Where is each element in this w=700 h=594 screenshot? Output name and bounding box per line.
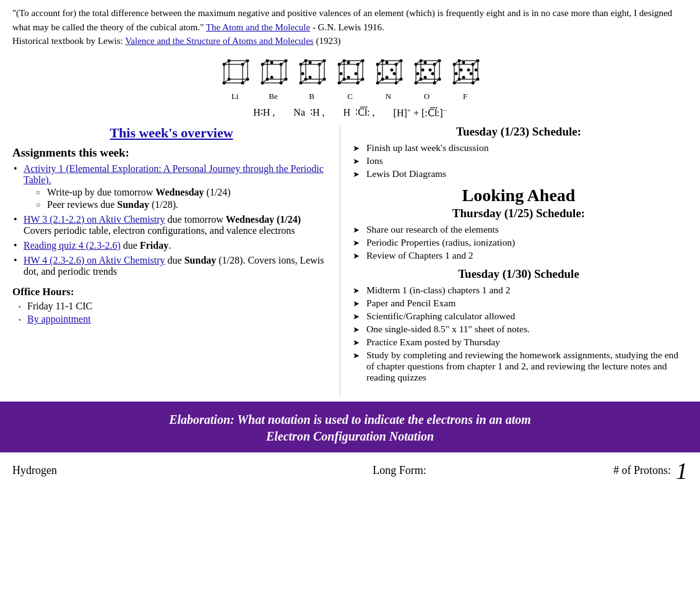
- left-column: This week's overview Assignments this we…: [6, 125, 340, 395]
- tuesday-item-1: Finish up last week's discussion: [353, 142, 685, 153]
- svg-point-9: [241, 81, 244, 84]
- svg-point-56: [356, 81, 359, 84]
- thursday-schedule-list: Share our research of the elements Perio…: [353, 224, 685, 261]
- hw4-link[interactable]: HW 4 (2.3-2.6) on Aktiv Chemistry: [24, 255, 165, 265]
- svg-point-22: [261, 81, 264, 84]
- cube-b: B: [296, 59, 328, 101]
- office-item-2: By appointment: [19, 314, 331, 325]
- overview-title[interactable]: This week's overview: [12, 125, 331, 141]
- office-hours-title: Office Hours:: [12, 286, 331, 298]
- cube-n: N: [373, 59, 405, 101]
- svg-point-91: [433, 62, 436, 66]
- svg-point-38: [299, 81, 302, 84]
- protons-value: 1: [676, 459, 688, 483]
- right-column: Tuesday (1/23) Schedule: Finish up last …: [340, 125, 694, 395]
- next-item-5: Practice Exam posted by Thursday: [353, 337, 685, 348]
- quote-section: "(To account for) the total difference b…: [0, 0, 700, 53]
- svg-point-6: [222, 62, 225, 66]
- svg-point-103: [421, 68, 424, 71]
- purple-banner: Elaboration: What notation is used to in…: [0, 402, 700, 452]
- svg-point-7: [241, 62, 244, 66]
- activity1-link[interactable]: Activity 1 (Elemental Exploration: A Per…: [24, 163, 324, 185]
- hydrogen-row: Hydrogen Long Form: # of Protons: 1: [0, 452, 700, 489]
- office-item-1: Friday 11-1 CIC: [19, 301, 331, 312]
- svg-point-100: [416, 72, 419, 75]
- svg-point-83: [390, 68, 393, 71]
- next-item-2: Paper and Pencil Exam: [353, 298, 685, 309]
- cube-n-label: N: [386, 92, 391, 101]
- thursday-schedule-title: Thursday (1/25) Schedule:: [353, 207, 685, 220]
- tuesday-next-schedule-title: Tuesday (1/30) Schedule: [353, 267, 685, 281]
- cube-images-row: Li Be: [0, 59, 700, 101]
- svg-point-60: [342, 77, 345, 80]
- banner-line1: Elaboration: What notation is used to in…: [12, 413, 688, 427]
- svg-point-97: [419, 77, 422, 80]
- svg-rect-31: [306, 61, 324, 79]
- assignment-item-2: HW 3 (2.1-2.2) on Aktiv Chemistry due to…: [12, 214, 331, 236]
- svg-point-63: [339, 72, 342, 75]
- next-item-6: Study by completing and reviewing the ho…: [353, 350, 685, 383]
- hw3-link[interactable]: HW 3 (2.1-2.2) on Aktiv Chemistry: [24, 214, 165, 225]
- two-col-section: This week's overview Assignments this we…: [0, 125, 700, 395]
- cube-li-label: Li: [231, 92, 239, 101]
- svg-point-64: [354, 72, 357, 75]
- svg-point-53: [337, 62, 340, 66]
- svg-point-73: [376, 81, 379, 84]
- svg-point-12: [246, 77, 249, 80]
- quote-suffix: - G.N. Lewis 1916.: [310, 22, 384, 32]
- assignment-item-1: Activity 1 (Elemental Exploration: A Per…: [12, 163, 331, 210]
- next-item-3: Scientific/Graphing calculator allowed: [353, 311, 685, 322]
- svg-point-111: [471, 62, 474, 66]
- by-appointment-link[interactable]: By appointment: [27, 314, 91, 324]
- tuesday-schedule-title: Tuesday (1/23) Schedule:: [353, 125, 685, 139]
- assignments-title: Assignments this week:: [12, 146, 331, 160]
- svg-point-46: [301, 72, 304, 75]
- cube-be-label: Be: [269, 92, 277, 101]
- tuesday-item-3: Lewis Dot Diagrams: [353, 168, 685, 179]
- svg-point-93: [433, 81, 436, 84]
- svg-point-79: [385, 61, 388, 64]
- svg-point-99: [423, 75, 426, 79]
- svg-point-39: [318, 81, 321, 84]
- cube-o: O: [411, 59, 443, 101]
- svg-rect-14: [262, 64, 281, 83]
- svg-point-116: [476, 77, 479, 80]
- thursday-item-2: Periodic Properties (radius, ionization): [353, 237, 685, 248]
- svg-point-37: [318, 62, 321, 66]
- svg-rect-1: [229, 61, 248, 79]
- svg-rect-48: [344, 61, 363, 79]
- quiz4-link[interactable]: Reading quiz 4 (2.3-2.6): [24, 240, 121, 251]
- svg-point-117: [457, 77, 460, 80]
- atom-molecule-link[interactable]: The Atom and the Molecule: [206, 22, 310, 32]
- cube-b-label: B: [309, 92, 314, 101]
- office-list: Friday 11-1 CIC By appointment: [12, 301, 331, 325]
- assignment-item-4: HW 4 (2.3-2.6) on Aktiv Chemistry due Su…: [12, 255, 331, 277]
- svg-point-96: [438, 77, 441, 80]
- svg-point-43: [304, 77, 307, 80]
- looking-ahead-title: Looking Ahead: [353, 186, 685, 205]
- valence-link[interactable]: Valence and the Structure of Atoms and M…: [125, 36, 314, 46]
- svg-point-26: [284, 77, 287, 80]
- assignment-item-3: Reading quiz 4 (2.3-2.6) due Friday.: [12, 240, 331, 251]
- svg-point-45: [308, 75, 311, 79]
- hydrogen-label: Hydrogen: [12, 464, 186, 477]
- svg-point-20: [261, 62, 264, 66]
- svg-point-118: [462, 61, 465, 64]
- svg-point-36: [299, 62, 302, 66]
- protons-section: # of Protons: 1: [613, 459, 688, 483]
- formula-hh: H∶H ,: [253, 106, 275, 118]
- svg-point-61: [347, 61, 350, 64]
- svg-point-28: [270, 61, 273, 64]
- svg-point-124: [474, 68, 477, 71]
- cube-li: Li: [219, 59, 251, 101]
- svg-point-59: [361, 77, 364, 80]
- svg-rect-0: [224, 64, 243, 83]
- formula-hcl: H ∶C̈l̈: ,: [344, 106, 375, 118]
- svg-point-23: [279, 81, 282, 84]
- thursday-item-1: Share our research of the elements: [353, 224, 685, 235]
- svg-point-54: [356, 62, 359, 66]
- cube-c: C: [334, 59, 366, 101]
- cube-f: F: [449, 59, 482, 101]
- svg-point-121: [469, 72, 472, 75]
- next-item-4: One single-sided 8.5" x 11" sheet of not…: [353, 324, 685, 335]
